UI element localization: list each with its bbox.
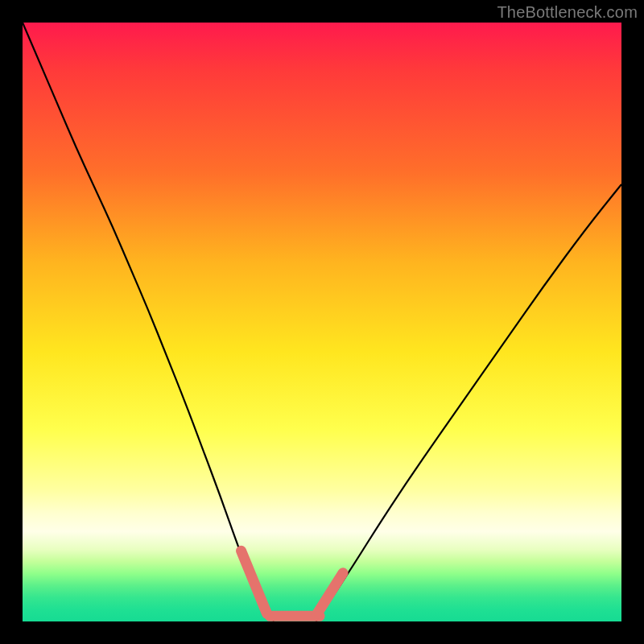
series-marker-segment-left bbox=[242, 551, 267, 613]
chart-overlay-svg bbox=[23, 23, 621, 621]
series-curve-left bbox=[23, 23, 274, 621]
chart-frame: TheBottleneck.com bbox=[0, 0, 644, 644]
series-marker-segment-right bbox=[317, 573, 343, 614]
series-curve-right bbox=[316, 184, 621, 621]
plot-area bbox=[23, 23, 621, 621]
watermark-text: TheBottleneck.com bbox=[497, 3, 638, 22]
